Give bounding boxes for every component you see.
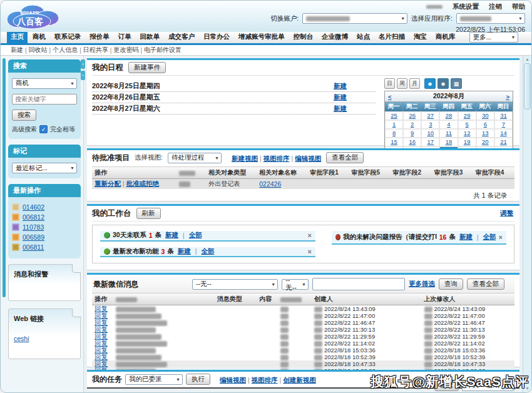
calendar-day[interactable]: 7 [494,120,513,129]
calendar-group-view-button[interactable]: ☻ [437,78,449,89]
advanced-search-link[interactable]: 高级搜索 [12,125,37,134]
calendar-week-view-button[interactable]: 周 [397,78,407,89]
calendar-list-view-button[interactable]: ▦ [451,78,462,89]
search-button[interactable]: 搜索 [12,110,36,121]
task-view-link-1[interactable]: 视图排序 [252,376,278,384]
schedule-new-link[interactable]: 新建 [334,82,347,91]
help-link[interactable]: 帮助 [512,3,525,11]
adjust-link[interactable]: 调整 [500,209,513,218]
approval-view-link-0[interactable]: 新建视图 [232,155,258,162]
calendar-day[interactable]: 4 [439,120,458,129]
recent-record-link[interactable]: 006811 [23,243,44,251]
application-select[interactable]: ▼ [456,13,525,24]
calendar-month-view-button[interactable]: 月 [409,78,420,89]
close-icon[interactable]: × [308,248,312,255]
close-icon[interactable]: × [499,233,503,241]
calendar-day[interactable]: 3 [421,120,439,129]
sidebar-collapse-handle[interactable]: ‹ [81,71,85,80]
switch-account-select[interactable]: ▼ [302,13,407,24]
logout-link[interactable]: 注销 [489,3,502,11]
scroll-down-arrow-icon[interactable]: ▼ [524,385,531,392]
workbench-item-link[interactable]: 全部 [189,231,202,240]
nav-tab-7[interactable]: 日常办公 [200,31,233,43]
workbench-item-link[interactable]: 全部 [201,247,214,256]
vertical-scrollbar[interactable]: ▲ ▼ [523,56,531,392]
approval-view-link-2[interactable]: 编辑视图 [295,155,321,162]
nav-tab-4[interactable]: 订单 [115,31,135,43]
schedule-new-link[interactable]: 新建 [334,105,347,113]
calendar-day[interactable]: 27 [421,111,439,120]
task-range-select[interactable]: 今天 + 逾期▼ [462,380,514,391]
workbench-item-link[interactable]: 新建 [165,231,178,240]
calendar-day[interactable]: 13 [476,129,494,138]
new-event-button[interactable]: 新建事件 [128,62,166,73]
subnav-link-5[interactable]: 电子邮件设置 [144,46,182,54]
search-input[interactable] [12,94,77,105]
subnav-link-1[interactable]: 回收站 [29,46,48,54]
calendar-day[interactable]: 12 [458,129,476,138]
calendar-day[interactable]: 14 [494,129,513,138]
workbench-item-link[interactable]: 新建 [178,247,191,256]
recent-record-link[interactable]: 110783 [23,223,44,231]
calendar-day[interactable]: 26 [403,111,421,120]
related-object-link[interactable]: 022426 [259,180,281,188]
search-type-select[interactable]: 商机▼ [12,78,77,89]
run-button[interactable]: 执行 [186,374,210,385]
wechat-filter-input[interactable] [312,278,405,290]
recent-tags-select[interactable]: 最近标记...▼ [12,163,77,173]
approval-action-link-1[interactable]: 批准或拒绝 [126,180,160,187]
calendar-day[interactable]: 31 [494,111,513,120]
approval-view-all-button[interactable]: 查看全部 [326,152,364,163]
calendar-day[interactable]: 9 [403,129,421,138]
refresh-button[interactable]: 刷新 [136,208,161,219]
subnav-link-2[interactable]: 个人信息 [53,46,78,54]
system-settings-link[interactable]: 系统设置 [453,3,479,11]
calendar-day[interactable]: 19 [458,138,476,146]
calendar-day-view-button[interactable]: 日 [384,78,395,89]
more-filters-link[interactable]: 更多筛选 [409,280,435,288]
weblink-item[interactable]: ceshi [14,335,29,342]
calendar-day[interactable]: 30 [476,111,494,120]
calendar-prev-button[interactable]: < [388,93,392,100]
wechat-filter2-select[interactable]: --无--▼ [282,279,309,290]
close-icon[interactable]: × [308,232,312,239]
calendar-day[interactable]: 20 [476,138,494,146]
approval-action-link-0[interactable]: 重新分配 [95,180,121,187]
schedule-new-link[interactable]: 新建 [334,93,347,102]
workbench-item-link[interactable]: 全部 [483,233,496,242]
calendar-day[interactable]: 29 [458,111,476,120]
approval-view-link-1[interactable]: 视图排序 [263,155,290,162]
calendar-day[interactable]: 6 [476,120,494,129]
query-button[interactable]: 查询 [439,278,463,290]
subnav-link-4[interactable]: 更改密码 [113,46,138,54]
calendar-day[interactable]: 5 [458,120,476,129]
recent-record-link[interactable]: 006589 [23,233,44,241]
tasks-view-select[interactable]: 我的已委派▼ [125,374,183,385]
wechat-view-all-button[interactable]: 查看全部 [467,278,504,290]
recent-record-link[interactable]: 006812 [23,213,44,221]
wechat-filter1-select[interactable]: --无--▼ [192,279,278,290]
calendar-day[interactable]: 11 [439,129,458,138]
workbench-item-link[interactable]: 新建 [459,233,473,242]
nav-tab-6[interactable]: 成交客户 [165,31,198,43]
calendar-day[interactable]: 15 [385,138,403,146]
calendar-day[interactable]: 17 [421,138,439,146]
exact-match-checkbox[interactable]: ✓ [39,125,48,133]
task-new-button[interactable]: 新建 [434,380,459,391]
subnav-link-0[interactable]: 新建 [11,46,23,54]
task-view-link-2[interactable]: 创建新视图 [283,376,316,384]
task-view-link-0[interactable]: 编辑视图 [220,376,246,384]
scroll-up-arrow-icon[interactable]: ▲ [524,56,531,63]
calendar-next-button[interactable]: > [506,93,509,100]
recent-record-link[interactable]: 014602 [23,203,44,211]
calendar-day[interactable]: 21 [494,138,513,146]
calendar-day[interactable]: 8 [385,129,403,138]
scrollbar-thumb[interactable] [524,63,531,110]
calendar-day[interactable]: 1 [385,120,403,129]
calendar-day[interactable]: 25 [385,111,403,120]
calendar-day[interactable]: 28 [439,111,458,120]
nav-tab-5[interactable]: 回款单 [136,31,164,43]
subnav-link-3[interactable]: 日程共享 [83,46,108,54]
sidebar-collapse-handle[interactable]: ‹ [81,59,85,69]
nav-tab-3[interactable]: 报价单 [86,31,113,43]
